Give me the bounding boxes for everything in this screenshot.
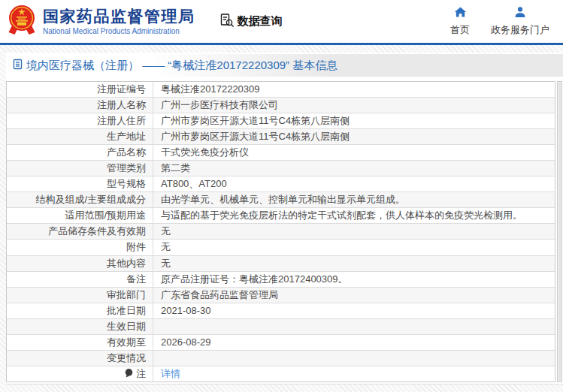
row-label: 结构及组成/主要组成成分 [7, 192, 153, 207]
nav-portal[interactable]: 政务服务门户 [491, 6, 549, 37]
content-panel: 境内医疗器械（注册） —— “粤械注准20172220309” 基本信息 注册证… [6, 53, 563, 384]
page-title-bar: 境内医疗器械（注册） —— “粤械注准20172220309” 基本信息 [6, 54, 563, 77]
detail-link[interactable]: 详情 [161, 367, 180, 381]
row-label: 管理类别 [7, 161, 153, 176]
table-row: 注详情 [7, 366, 555, 381]
table-row: 附件无 [7, 240, 555, 255]
vertical-scrollbar[interactable] [557, 81, 562, 382]
table-row: 适用范围/预期用途与适配的基于荧光免疫层析法的特定干式试剂配套，供人体样本的免疫… [7, 208, 555, 224]
national-emblem-icon [8, 4, 36, 40]
header-nav: 首页 政务服务门户 [450, 6, 549, 37]
nmpa-logo[interactable]: 国家药品监督管理局 National Medical Products Admi… [8, 4, 195, 40]
row-label: 附件 [7, 240, 153, 255]
row-value: 详情 [153, 366, 555, 381]
org-name-cn: 国家药品监督管理局 [43, 8, 195, 26]
row-label: 其他内容 [7, 256, 153, 271]
row-label: 有效期至 [7, 335, 153, 350]
row-label: 产品名称 [7, 145, 153, 160]
data-query-tab[interactable]: 数据查询 [219, 13, 283, 30]
table-row: 生产地址广州市萝岗区开源大道11号C4栋第八层南侧 [7, 129, 555, 145]
row-label: 变更情况 [7, 351, 153, 366]
info-table-wrap: 注册证编号粤械注准20172220309注册人名称广州一步医疗科技有限公司注册人… [6, 81, 555, 382]
row-label: 适用范围/预期用途 [7, 208, 153, 223]
row-value: 广州市萝岗区开源大道11号C4栋第八层南侧 [153, 113, 555, 128]
row-value: AT800、AT200 [153, 176, 555, 191]
nav-portal-label: 政务服务门户 [491, 23, 549, 37]
row-value: 由光学单元、机械单元、控制单元和输出显示单元组成。 [153, 192, 555, 207]
nmpa-data-query-page: 国家药品监督管理局 National Medical Products Admi… [0, 0, 563, 392]
table-row: 生效日期 [7, 319, 555, 335]
table-row: 产品储存条件及有效期无 [7, 224, 555, 240]
page-title: 境内医疗器械（注册） —— “粤械注准20172220309” 基本信息 [26, 59, 337, 73]
info-table: 注册证编号粤械注准20172220309注册人名称广州一步医疗科技有限公司注册人… [7, 82, 555, 381]
table-row: 有效期至2026-08-29 [7, 335, 555, 351]
nav-home-label: 首页 [450, 23, 470, 37]
table-row: 管理类别第二类 [7, 161, 555, 176]
brand-text: 国家药品监督管理局 National Medical Products Admi… [43, 8, 195, 35]
row-value: 粤械注准20172220309 [153, 82, 555, 97]
row-label: 产品储存条件及有效期 [7, 224, 153, 239]
row-value: 无 [153, 240, 555, 255]
row-label: 型号规格 [7, 176, 153, 191]
row-value: 无 [153, 224, 555, 239]
table-row: 注册人住所广州市萝岗区开源大道11号C4栋第八层南侧 [7, 113, 555, 129]
row-label: 注册人名称 [7, 98, 153, 113]
table-row: 注册人名称广州一步医疗科技有限公司 [7, 98, 555, 113]
row-value: 2021-08-30 [153, 303, 555, 318]
row-value [153, 319, 555, 334]
row-label: 注 [7, 366, 153, 381]
row-value: 2026-08-29 [153, 335, 555, 350]
row-value: 无 [153, 256, 555, 271]
scrollbar-thumb[interactable] [558, 83, 561, 381]
row-value: 广州市萝岗区开源大道11号C4栋第八层南侧 [153, 129, 555, 144]
nav-home[interactable]: 首页 [450, 6, 470, 37]
table-row: 备注原产品注册证号：粤械注准20172400309。 [7, 272, 555, 288]
note-bubble-icon [124, 368, 136, 380]
row-label: 备注 [7, 272, 153, 287]
row-value: 干式荧光免疫分析仪 [153, 145, 555, 160]
row-value [153, 351, 555, 366]
org-name-en: National Medical Products Administration [43, 27, 195, 35]
row-label: 生产地址 [7, 129, 153, 144]
table-row: 其他内容无 [7, 256, 555, 272]
table-row: 结构及组成/主要组成成分由光学单元、机械单元、控制单元和输出显示单元组成。 [7, 192, 555, 208]
site-header: 国家药品监督管理局 National Medical Products Admi… [0, 0, 563, 45]
row-label: 审批部门 [7, 288, 153, 303]
row-label: 注册人住所 [7, 113, 153, 128]
row-value: 原产品注册证号：粤械注准20172400309。 [153, 272, 555, 287]
table-row: 注册证编号粤械注准20172220309 [7, 82, 555, 98]
table-row: 型号规格AT800、AT200 [7, 176, 555, 192]
row-label: 生效日期 [7, 319, 153, 334]
row-label: 批准日期 [7, 303, 153, 318]
doc-search-icon [219, 13, 238, 30]
row-value: 与适配的基于荧光免疫层析法的特定干式试剂配套，供人体样本的免疫荧光检测用。 [153, 208, 555, 223]
home-icon [454, 6, 467, 23]
row-label: 注册证编号 [7, 82, 153, 97]
table-row: 审批部门广东省食品药品监督管理局 [7, 288, 555, 303]
document-icon [13, 59, 26, 73]
table-row: 变更情况 [7, 351, 555, 366]
row-value: 广州一步医疗科技有限公司 [153, 98, 555, 113]
row-value: 广东省食品药品监督管理局 [153, 288, 555, 303]
data-query-label: 数据查询 [238, 14, 283, 29]
table-row: 产品名称干式荧光免疫分析仪 [7, 145, 555, 161]
person-icon [514, 6, 526, 23]
table-row: 批准日期2021-08-30 [7, 303, 555, 319]
row-value: 第二类 [153, 161, 555, 176]
